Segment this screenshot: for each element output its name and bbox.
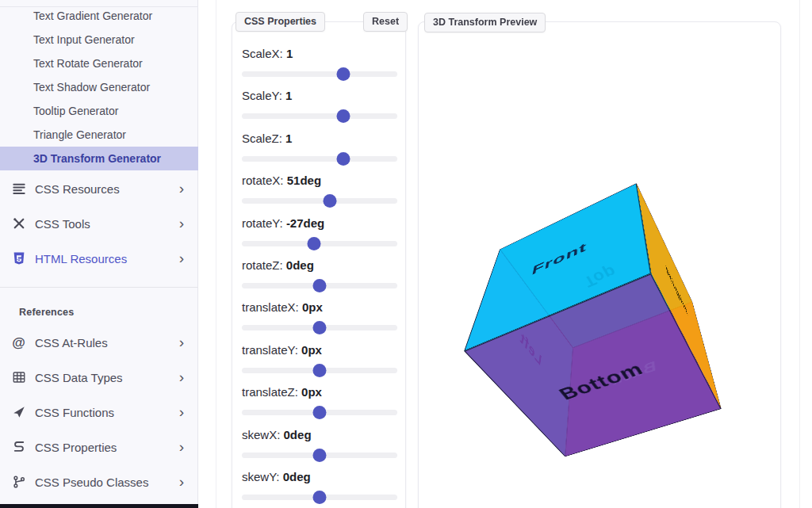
slider-row-skewy: skewY: 0deg (242, 469, 397, 508)
sidebar-item-css-functions[interactable]: CSS Functions › (0, 395, 198, 430)
slider-label: rotateX: 51deg (242, 173, 397, 189)
slider-thumb[interactable] (313, 406, 327, 419)
sidebar-item-label: CSS Data Types (35, 371, 123, 384)
sidebar-item-triangle-generator[interactable]: Triangle Generator (0, 123, 198, 147)
reset-button[interactable]: Reset (363, 12, 408, 32)
cone-icon (11, 405, 26, 420)
chevron-right-icon: › (179, 404, 184, 419)
sidebar-item-text-rotate-generator[interactable]: Text Rotate Generator (0, 52, 198, 75)
chevron-right-icon: › (179, 334, 184, 349)
skewy-slider[interactable] (242, 495, 397, 500)
preview-tab: 3D Transform Preview (424, 13, 546, 32)
sidebar-item-label: CSS Resources (35, 182, 120, 196)
slider-row-rotatex: rotateX: 51deg (242, 173, 397, 215)
rotatez-slider[interactable] (242, 283, 397, 288)
slider-thumb[interactable] (323, 194, 336, 208)
slider-value: -27deg (286, 216, 324, 230)
sidebar-item-css-pseudo-classes[interactable]: CSS Pseudo Classes › (0, 464, 198, 499)
slider-value: 51deg (287, 174, 321, 187)
translatey-slider[interactable] (242, 368, 397, 373)
slider-thumb[interactable] (313, 321, 327, 334)
rotatex-slider[interactable] (242, 198, 397, 204)
sidebar-item-label: CSS Pseudo Classes (35, 476, 148, 489)
sidebar-item-label: CSS Tools (35, 217, 90, 231)
slider-label: rotateY: -27deg (242, 216, 397, 231)
sidebar-item-html-resources[interactable]: HTML Resources › (0, 241, 198, 276)
slider-row-rotatez: rotateZ: 0deg (242, 258, 397, 300)
slider-thumb[interactable] (337, 152, 350, 166)
sidebar-bottom-bar (0, 504, 198, 508)
chevron-right-icon: › (179, 439, 184, 454)
css-properties-tab: CSS Properties (236, 12, 325, 32)
slider-value: 1 (286, 47, 293, 60)
slider-row-rotatey: rotateY: -27deg (242, 216, 397, 258)
slider-label: translateX: 0px (242, 300, 397, 315)
slider-thumb[interactable] (337, 109, 350, 123)
slider-value: 0px (302, 300, 323, 314)
slider-row-translatey: translateY: 0px (242, 342, 397, 384)
slider-value: 0deg (283, 470, 311, 483)
chevron-right-icon: › (179, 216, 184, 231)
sidebar-item-css-at-rules[interactable]: @ CSS At-Rules › (0, 325, 198, 360)
sidebar-item-css-data-types[interactable]: CSS Data Types › (0, 360, 198, 395)
sidebar-item-tooltip-generator[interactable]: Tooltip Generator (0, 99, 198, 123)
scalex-slider[interactable] (242, 71, 397, 77)
css-properties-icon (11, 440, 26, 455)
slider-label: ScaleX: 1 (242, 46, 397, 62)
slider-row-scalex: ScaleX: 1 (242, 46, 397, 88)
references-heading: References (19, 307, 74, 318)
slider-thumb[interactable] (313, 449, 327, 462)
slider-list: ScaleX: 1 ScaleY: 1 ScaleZ: 1 rotateX: 5… (232, 22, 407, 508)
sidebar-item-css-properties[interactable]: CSS Properties › (0, 430, 198, 464)
slider-thumb[interactable] (313, 279, 327, 292)
slider-row-translatez: translateZ: 0px (242, 384, 397, 426)
slider-label: skewY: 0deg (242, 469, 397, 485)
scalez-slider[interactable] (242, 156, 397, 162)
slider-label: ScaleY: 1 (242, 88, 397, 104)
sidebar-item-label: HTML Resources (35, 252, 127, 265)
rotatey-slider[interactable] (242, 241, 397, 246)
sidebar-item-label: CSS Functions (35, 406, 114, 419)
sidebar-sections: CSS Resources › CSS Tools › HTML Resourc… (0, 171, 198, 276)
slider-value: 1 (285, 89, 292, 102)
sidebar: Text Gradient Generator Text Input Gener… (0, 0, 198, 508)
slider-label: ScaleZ: 1 (242, 131, 397, 147)
slider-value: 0deg (284, 428, 312, 441)
slider-thumb[interactable] (337, 67, 350, 81)
sidebar-references: @ CSS At-Rules › CSS Data Types › CSS Fu… (0, 325, 198, 499)
slider-label: translateZ: 0px (242, 384, 397, 400)
branch-icon (11, 475, 26, 490)
slider-label: skewX: 0deg (242, 427, 397, 443)
slider-thumb[interactable] (313, 364, 327, 377)
sidebar-item-text-gradient-generator[interactable]: Text Gradient Generator (0, 4, 198, 28)
cube-face-label: Front (530, 239, 587, 278)
sidebar-item-text-shadow-generator[interactable]: Text Shadow Generator (0, 75, 198, 99)
sidebar-item-3d-transform-generator-active[interactable]: 3D Transform Generator (0, 147, 198, 170)
slider-row-scalez: ScaleZ: 1 (242, 131, 397, 173)
skewx-slider[interactable] (242, 453, 397, 458)
slider-label: rotateZ: 0deg (242, 258, 397, 273)
sidebar-item-css-tools[interactable]: CSS Tools › (0, 206, 198, 241)
cube-scene: Front Back Right Left Top Bottom (419, 22, 780, 508)
slider-label: translateY: 0px (242, 342, 397, 358)
slider-value: 0deg (286, 258, 314, 272)
tools-icon (11, 216, 26, 231)
translatez-slider[interactable] (242, 410, 397, 415)
sidebar-item-css-resources[interactable]: CSS Resources › (0, 171, 198, 206)
html5-shield-icon (11, 251, 26, 266)
chevron-right-icon: › (179, 181, 184, 196)
slider-thumb[interactable] (308, 237, 321, 250)
slider-row-skewx: skewX: 0deg (242, 427, 397, 469)
translatex-slider[interactable] (242, 325, 397, 330)
chevron-right-icon: › (179, 474, 184, 489)
content-right-border (799, 0, 800, 508)
table-icon (11, 370, 26, 385)
sidebar-item-label: CSS At-Rules (35, 336, 108, 349)
css-properties-panel: ScaleX: 1 ScaleY: 1 ScaleZ: 1 rotateX: 5… (232, 21, 406, 508)
sidebar-item-text-input-generator[interactable]: Text Input Generator (0, 28, 198, 52)
slider-thumb[interactable] (313, 491, 327, 504)
scaley-slider[interactable] (242, 113, 397, 119)
sidebar-divider (0, 287, 198, 288)
slider-value: 0px (301, 385, 322, 399)
list-icon (11, 181, 26, 197)
